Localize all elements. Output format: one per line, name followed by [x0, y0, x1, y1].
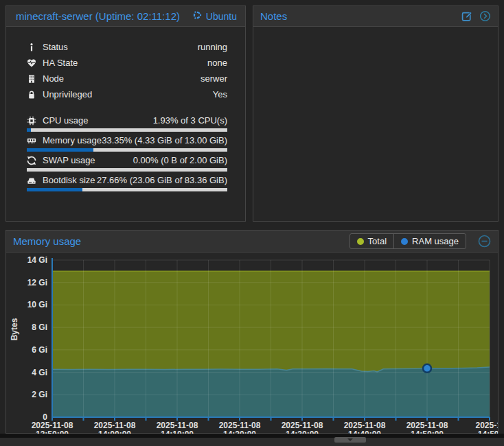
- collapse-chart-icon[interactable]: [478, 235, 491, 248]
- lock-icon: [27, 90, 38, 99]
- ram-series-dot: [401, 238, 408, 245]
- guest-panel-header: minecraft-serwer (Uptime: 02:11:12) Ubun…: [6, 6, 245, 27]
- svg-text:6 Gi: 6 Gi: [32, 345, 47, 355]
- progress-bar: [27, 128, 227, 132]
- usage-label: Bootdisk size: [43, 175, 95, 185]
- status-label: Unprivileged: [43, 89, 92, 99]
- usage-row: CPU usage 1.93% of 3 CPU(s): [27, 115, 227, 132]
- notes-panel-header: Notes: [253, 6, 498, 27]
- memory-usage-chart[interactable]: 02 Gi4 Gi6 Gi8 Gi10 Gi12 Gi14 GiBytes202…: [6, 253, 498, 434]
- guest-summary-panel: minecraft-serwer (Uptime: 02:11:12) Ubun…: [5, 5, 246, 222]
- progress-bar-fill: [27, 188, 82, 191]
- svg-text:14 Gi: 14 Gi: [27, 255, 47, 265]
- total-series-dot: [357, 238, 364, 245]
- os-chip: Ubuntu: [192, 10, 237, 23]
- progress-bar-fill: [27, 148, 93, 152]
- usage-value: 0.00% (0 B of 2.00 GiB): [133, 155, 227, 165]
- usage-row: Bootdisk size 27.66% (23.06 GiB of 83.36…: [27, 174, 227, 191]
- edit-notes-icon[interactable]: [461, 10, 473, 22]
- svg-text:8 Gi: 8 Gi: [32, 322, 47, 332]
- legend-item-ram[interactable]: RAM usage: [393, 234, 466, 248]
- splitter-collapse-handle[interactable]: [334, 437, 366, 443]
- bottom-panel-edge: [0, 438, 504, 446]
- status-label: Status: [43, 42, 68, 52]
- disk-icon: [27, 176, 38, 185]
- status-row: Status running: [27, 39, 227, 55]
- svg-text:10 Gi: 10 Gi: [27, 300, 47, 309]
- chart-title: Memory usage: [13, 235, 81, 247]
- svg-text:2025-11-08: 2025-11-08: [94, 421, 136, 430]
- building-icon: [27, 74, 38, 84]
- heartbeat-icon: [27, 58, 38, 68]
- status-value: none: [207, 58, 227, 68]
- svg-text:2025-11-08: 2025-11-08: [219, 421, 261, 430]
- progress-bar: [27, 188, 227, 191]
- chart-legend: Total RAM usage: [350, 233, 466, 249]
- status-row: Unprivileged Yes: [27, 86, 227, 102]
- notes-panel: Notes: [253, 5, 499, 222]
- progress-bar: [27, 168, 227, 172]
- info-icon: [27, 43, 38, 52]
- usage-label: Memory usage: [43, 135, 102, 145]
- usage-value: 27.66% (23.06 GiB of 83.36 GiB): [97, 175, 227, 185]
- status-row: Node serwer: [27, 71, 227, 86]
- status-value: Yes: [213, 89, 227, 99]
- memory-usage-panel: Memory usage Total RAM usage 02 Gi4 Gi6 …: [5, 230, 499, 434]
- usage-row: SWAP usage 0.00% (0 B of 2.00 GiB): [27, 154, 227, 172]
- status-rows: Status running HA State none Node serwer…: [27, 39, 227, 102]
- status-row: HA State none: [27, 55, 227, 71]
- progress-bar: [27, 148, 227, 152]
- svg-text:12 Gi: 12 Gi: [27, 278, 47, 287]
- status-value: serwer: [201, 73, 227, 84]
- usage-label: CPU usage: [43, 115, 88, 126]
- status-value: running: [198, 42, 227, 52]
- legend-label-total: Total: [368, 236, 387, 246]
- ubuntu-icon: [192, 10, 203, 23]
- notes-title: Notes: [260, 10, 287, 22]
- chart-panel-header: Memory usage Total RAM usage: [6, 231, 498, 253]
- usage-label: SWAP usage: [43, 155, 95, 165]
- guest-title: minecraft-serwer (Uptime: 02:11:12): [16, 10, 180, 22]
- swap-icon: [27, 156, 38, 165]
- svg-text:4 Gi: 4 Gi: [32, 368, 47, 377]
- hovered-point-marker: [423, 364, 431, 373]
- cpu-icon: [27, 116, 38, 126]
- usage-value: 33.35% (4.33 GiB of 13.00 GiB): [102, 135, 227, 145]
- os-label: Ubuntu: [206, 11, 237, 22]
- svg-text:Bytes: Bytes: [10, 318, 19, 340]
- svg-text:2025-1: 2025-1: [475, 421, 498, 430]
- legend-label-ram: RAM usage: [412, 236, 459, 246]
- svg-text:2025-11-08: 2025-11-08: [406, 421, 448, 430]
- open-notes-icon[interactable]: [479, 10, 491, 22]
- usage-value: 1.93% of 3 CPU(s): [153, 115, 227, 126]
- memory-icon: [27, 136, 38, 145]
- svg-text:2 Gi: 2 Gi: [32, 390, 47, 399]
- status-label: Node: [43, 73, 64, 84]
- svg-text:2025-11-08: 2025-11-08: [344, 421, 386, 430]
- legend-item-total[interactable]: Total: [350, 234, 393, 248]
- svg-text:2025-11-08: 2025-11-08: [32, 421, 73, 430]
- status-label: HA State: [43, 58, 78, 68]
- svg-text:2025-11-08: 2025-11-08: [157, 421, 198, 430]
- progress-bar-fill: [27, 128, 31, 132]
- usage-rows: CPU usage 1.93% of 3 CPU(s) Memory usage…: [27, 115, 227, 191]
- svg-text:2025-11-08: 2025-11-08: [282, 421, 323, 430]
- usage-row: Memory usage 33.35% (4.33 GiB of 13.00 G…: [27, 134, 227, 152]
